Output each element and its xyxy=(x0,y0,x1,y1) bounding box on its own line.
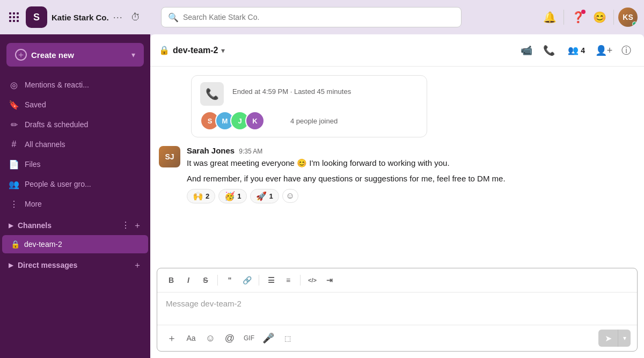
svg-rect-0 xyxy=(9,12,11,14)
phone-call-button[interactable]: 📞 xyxy=(540,41,558,60)
italic-button[interactable]: I xyxy=(181,273,196,288)
notifications-button[interactable]: 🔔 xyxy=(540,8,559,27)
channel-options-icon[interactable]: ⋮ xyxy=(121,220,130,231)
sidebar-item-drafts[interactable]: ✏ Drafts & scheduled xyxy=(2,115,148,134)
reaction-emoji-2: 🥳 xyxy=(224,191,235,201)
indent-button[interactable]: ⇥ xyxy=(322,273,337,288)
sidebar-item-label: More xyxy=(25,200,42,208)
participant-avatar-4: K xyxy=(245,111,265,130)
channel-title[interactable]: 🔒 dev-team-2 ▾ xyxy=(159,45,511,55)
dots-icon: ⋮ xyxy=(9,199,19,209)
chat-messages: 📞 Ended at 4:59 PM · Lasted 45 minutes S… xyxy=(150,67,644,268)
svg-rect-2 xyxy=(17,12,19,14)
link-button[interactable]: 🔗 xyxy=(239,273,254,288)
add-dm-icon[interactable]: ＋ xyxy=(133,260,142,271)
message-header: Sarah Jones 9:35 AM xyxy=(187,146,635,155)
send-button[interactable]: ➤ xyxy=(598,330,618,347)
chat-area: 🔒 dev-team-2 ▾ 📹 📞 👥 4 👤+ ⓘ 📞 xyxy=(150,34,644,358)
members-button[interactable]: 👥 4 xyxy=(562,43,590,57)
channels-section-header[interactable]: ▶ Channels ⋮ ＋ xyxy=(2,216,148,235)
sidebar-item-people[interactable]: 👥 People & user gro... xyxy=(2,174,148,194)
compose-toolbar: B I S " 🔗 ☰ ≡ </> ⇥ xyxy=(157,268,637,293)
add-member-button[interactable]: 👤+ xyxy=(595,41,613,60)
sidebar-item-files[interactable]: 📄 Files xyxy=(2,155,148,174)
topbar-left: S Katie Stark Co. ··· ⏱ xyxy=(6,6,157,28)
quote-icon: " xyxy=(228,276,232,284)
toolbar-separator-1 xyxy=(217,275,218,286)
topbar: S Katie Stark Co. ··· ⏱ 🔍 🔔 ❓ 😊 KS xyxy=(0,0,644,34)
sidebar-item-more[interactable]: ⋮ More xyxy=(2,194,148,214)
channel-title-text: dev-team-2 xyxy=(173,46,218,55)
app-logo[interactable]: S xyxy=(26,6,47,28)
gif-button[interactable]: GIF xyxy=(241,330,257,346)
help-button[interactable]: ❓ xyxy=(568,8,588,27)
reaction-1[interactable]: 🙌 2 xyxy=(187,189,215,203)
grid-icon[interactable] xyxy=(6,10,21,25)
svg-rect-4 xyxy=(13,16,15,18)
message-row: SJ Sarah Jones 9:35 AM It was great meet… xyxy=(159,146,635,203)
code-button[interactable]: </> xyxy=(305,273,320,288)
number-list-button[interactable]: ≡ xyxy=(281,273,296,288)
avatar[interactable]: KS xyxy=(618,8,638,27)
dm-section-label: Direct messages xyxy=(18,261,129,269)
sidebar-nav: ◎ Mentions & reacti... 🔖 Saved ✏ Drafts … xyxy=(0,75,150,358)
shortcuts-button[interactable]: ⬚ xyxy=(280,330,296,346)
bullet-list-icon: ☰ xyxy=(268,276,275,284)
link-icon: 🔗 xyxy=(243,276,252,284)
emoji-button[interactable]: 😊 xyxy=(590,8,609,27)
message-content: Sarah Jones 9:35 AM It was great meeting… xyxy=(187,146,635,203)
direct-messages-section[interactable]: ▶ Direct messages ＋ xyxy=(2,255,148,275)
reaction-emoji-3: 🚀 xyxy=(256,191,267,201)
history-button[interactable]: ⏱ xyxy=(127,9,144,26)
search-input[interactable] xyxy=(183,13,455,21)
bookmark-icon: 🔖 xyxy=(9,100,19,110)
search-bar[interactable]: 🔍 xyxy=(161,7,462,27)
sidebar-item-saved[interactable]: 🔖 Saved xyxy=(2,95,148,114)
text-format-button[interactable]: Aa xyxy=(183,330,199,346)
channel-actions: ⋮ ＋ xyxy=(121,220,142,231)
compose-bottom: ＋ Aa ☺ @ GIF 🎤 ⬚ ➤ ▾ xyxy=(157,325,637,351)
reaction-count-2: 1 xyxy=(237,192,241,200)
sidebar-item-mentions[interactable]: ◎ Mentions & reacti... xyxy=(2,75,148,94)
reaction-2[interactable]: 🥳 1 xyxy=(218,189,247,203)
reaction-3[interactable]: 🚀 1 xyxy=(250,189,279,203)
workspace-menu-button[interactable]: ··· xyxy=(113,12,123,23)
add-reaction-button[interactable]: ☺ xyxy=(282,189,298,203)
create-new-button[interactable]: ＋ Create new ▾ xyxy=(6,43,144,67)
emoji-picker-button[interactable]: ☺ xyxy=(202,330,218,346)
strikethrough-button[interactable]: S xyxy=(198,273,213,288)
sidebar-item-all-channels[interactable]: # All channels xyxy=(2,135,148,154)
video-call-button[interactable]: 📹 xyxy=(517,41,536,60)
code-icon: </> xyxy=(308,277,317,283)
mention-button[interactable]: @ xyxy=(222,330,238,346)
header-actions: 📹 📞 👥 4 👤+ ⓘ xyxy=(517,41,635,60)
call-card: 📞 Ended at 4:59 PM · Lasted 45 minutes S… xyxy=(191,75,427,137)
sidebar-item-label: Files xyxy=(25,160,41,169)
reaction-count-3: 1 xyxy=(269,192,273,200)
at-icon: ◎ xyxy=(9,80,19,90)
chat-header: 🔒 dev-team-2 ▾ 📹 📞 👥 4 👤+ ⓘ xyxy=(150,34,644,67)
message-author: Sarah Jones xyxy=(187,146,235,155)
online-status xyxy=(632,21,637,26)
call-icon: 📞 xyxy=(200,82,224,106)
attach-button[interactable]: ＋ xyxy=(164,330,180,346)
bold-button[interactable]: B xyxy=(164,273,179,288)
edit-icon: ✏ xyxy=(9,120,19,130)
send-dropdown-button[interactable]: ▾ xyxy=(618,330,631,347)
channel-item-dev-team-2[interactable]: 🔒 dev-team-2 xyxy=(2,235,148,253)
sidebar-item-label: Saved xyxy=(25,100,46,109)
quote-button[interactable]: " xyxy=(222,273,237,288)
info-button[interactable]: ⓘ xyxy=(617,41,635,60)
bullet-list-button[interactable]: ☰ xyxy=(264,273,279,288)
reaction-emoji-1: 🙌 xyxy=(193,191,203,201)
add-channel-icon[interactable]: ＋ xyxy=(133,220,142,231)
svg-rect-6 xyxy=(9,20,11,22)
members-count: 4 xyxy=(581,46,585,55)
svg-rect-8 xyxy=(17,20,19,22)
call-info-row: 📞 Ended at 4:59 PM · Lasted 45 minutes xyxy=(200,82,418,106)
call-ended-text: Ended at 4:59 PM · Lasted 45 minutes xyxy=(232,87,351,96)
svg-rect-3 xyxy=(9,16,11,18)
compose-input[interactable]: Message dev-team-2 xyxy=(157,293,637,325)
voice-button[interactable]: 🎤 xyxy=(260,330,276,346)
sidebar-item-label: Drafts & scheduled xyxy=(25,120,88,129)
